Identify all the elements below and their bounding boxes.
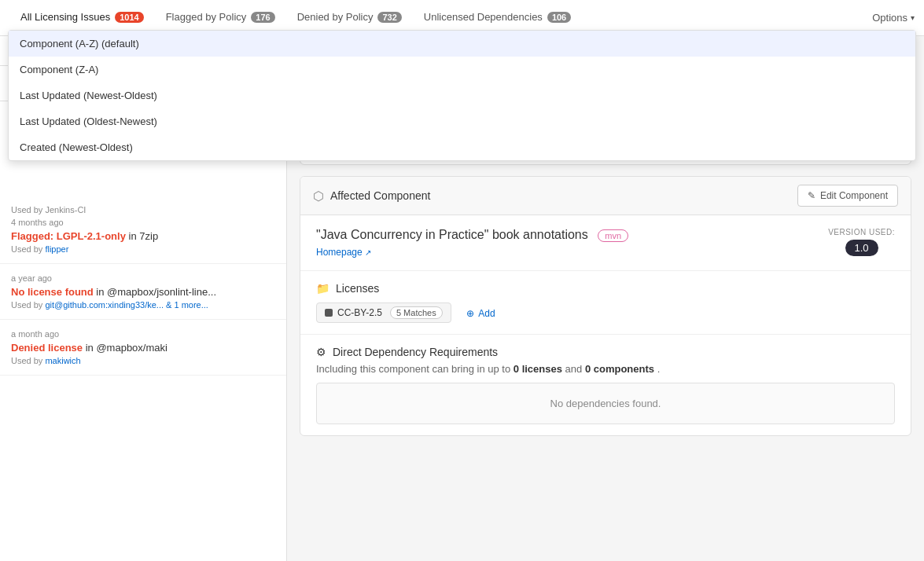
component-icon: ⬡ [313,189,324,204]
chevron-down-icon: ▾ [911,13,915,22]
add-label: Add [478,308,495,319]
deps-desc-prefix: Including this component can bring in up… [316,363,510,375]
issue-time: a month ago [11,329,275,339]
issue-used-by: Used by makiwich [11,356,275,365]
used-by-extra: & 1 more... [166,300,208,310]
license-tags: CC-BY-2.5 5 Matches ⊕ Add [316,302,895,323]
dropdown-item-oldest-newest[interactable]: Last Updated (Oldest-Newest) [9,108,287,134]
section-body: VERSION USED: 1.0 "Java Concurrency in P… [300,215,911,270]
issue-time: a year ago [11,273,275,283]
deps-empty-box: No dependencies found. [316,383,895,424]
deps-desc: Including this component can bring in up… [316,363,895,375]
nav-denied-policy-label: Denied by Policy [297,11,374,23]
section-header-left: ⬡ Affected Component [313,189,430,204]
nav-denied-policy-badge: 732 [377,12,401,23]
list-item[interactable]: Used by Jenkins-CI 4 months ago Flagged:… [0,196,286,264]
nav-unlicensed-deps-badge: 106 [547,12,571,23]
issue-desc: Flagged: LGPL-2.1-only in 7zip [11,230,275,242]
deps-components-count: 0 components [585,363,654,375]
license-name: CC-BY-2.5 [337,307,382,318]
add-license-button[interactable]: ⊕ Add [462,305,499,322]
issue-used-by: Used by git@github.com:xinding33/ke... &… [11,300,275,310]
licenses-label: Licenses [336,282,379,295]
dropdown-item-az[interactable]: Component (A-Z) (default) [9,36,287,57]
options-label: Options [872,12,907,24]
section-header: ⬡ Affected Component ✎ Edit Component [300,177,911,215]
issue-desc: No license found in @mapbox/jsonlint-lin… [11,286,275,298]
issue-time: 4 months ago [11,218,275,227]
version-label: VERSION USED: [828,228,895,236]
licenses-section: 📁 Licenses CC-BY-2.5 5 Matches ⊕ Add [300,270,911,334]
deps-title: ⚙ Direct Dependency Requirements [316,346,895,358]
deps-label: Direct Dependency Requirements [333,346,498,358]
deps-empty-label: No dependencies found. [550,398,661,409]
component-name-text: "Java Concurrency in Practice" book anno… [316,228,588,241]
mvn-badge: mvn [598,229,628,242]
issue-highlight-nolicense: No license found [11,286,94,298]
nav-unlicensed-deps-label: Unlicensed Dependencies [424,11,543,23]
affected-component-card: ⬡ Affected Component ✎ Edit Component VE… [300,176,911,436]
add-icon: ⊕ [466,308,474,319]
edit-component-button[interactable]: ✎ Edit Component [797,185,898,207]
license-tag-ccby: CC-BY-2.5 5 Matches [316,302,451,323]
issue-highlight-flagged: Flagged: LGPL-2.1-only [11,230,126,242]
nav-all-licensing-badge: 1014 [115,12,143,23]
issue-list: Used by Jenkins-CI 4 months ago Flagged:… [0,196,286,561]
used-by-value[interactable]: makiwich [45,356,80,365]
sort-dropdown-menu: Component (A-Z) (default) Component (Z-A… [8,36,287,161]
issue-suffix: in @mapbox/jsonlint-line... [96,286,216,298]
homepage-link[interactable]: Homepage ↗ [316,247,895,258]
issue-meta: Used by Jenkins-CI [11,205,275,214]
issue-highlight-denied: Denied license [11,342,83,354]
license-dot [325,309,333,317]
deps-icon: ⚙ [316,346,326,358]
used-by-value[interactable]: flipper [45,244,68,254]
deps-licenses-count: 0 licenses [514,363,562,375]
issue-suffix: in 7zip [129,230,159,242]
main-layout: Active 1014 Exported 0 Resolved 12 Compo… [0,36,924,561]
homepage-label: Homepage [316,247,363,258]
nav-all-licensing-label: All Licensing Issues [20,11,110,23]
deps-section: ⚙ Direct Dependency Requirements Includi… [300,334,911,435]
issue-suffix: in @mapbox/maki [86,342,167,354]
list-item[interactable]: a year ago No license found in @mapbox/j… [0,264,286,320]
external-link-icon: ↗ [365,248,371,257]
licenses-icon: 📁 [316,282,329,295]
version-area: VERSION USED: 1.0 [828,228,895,256]
edit-label: Edit Component [820,190,888,201]
edit-icon: ✎ [808,190,815,201]
issue-used-by: Used by flipper [11,244,275,254]
component-name: "Java Concurrency in Practice" book anno… [316,228,895,242]
dropdown-item-created-newest[interactable]: Created (Newest-Oldest) [9,134,287,160]
list-item[interactable]: a month ago Denied license in @mapbox/ma… [0,320,286,376]
licenses-title: 📁 Licenses [316,282,895,295]
used-by-link[interactable]: Jenkins-CI [45,205,86,214]
issue-desc: Denied license in @mapbox/maki [11,342,275,354]
nav-flagged-policy-label: Flagged by Policy [166,11,247,23]
deps-desc-suffix: . [657,363,661,375]
deps-and: and [565,363,583,375]
version-badge: 1.0 [845,240,878,256]
options-button[interactable]: Options ▾ [872,12,915,24]
nav-flagged-policy-badge: 176 [251,12,274,23]
left-panel: Active 1014 Exported 0 Resolved 12 Compo… [0,36,287,561]
affected-component-title: Affected Component [330,189,430,202]
matches-badge: 5 Matches [390,306,443,319]
dropdown-item-za[interactable]: Component (Z-A) [9,57,287,82]
used-by-value[interactable]: git@github.com:xinding33/ke... [45,300,164,310]
dropdown-item-newest-oldest[interactable]: Last Updated (Newest-Oldest) [9,82,287,108]
